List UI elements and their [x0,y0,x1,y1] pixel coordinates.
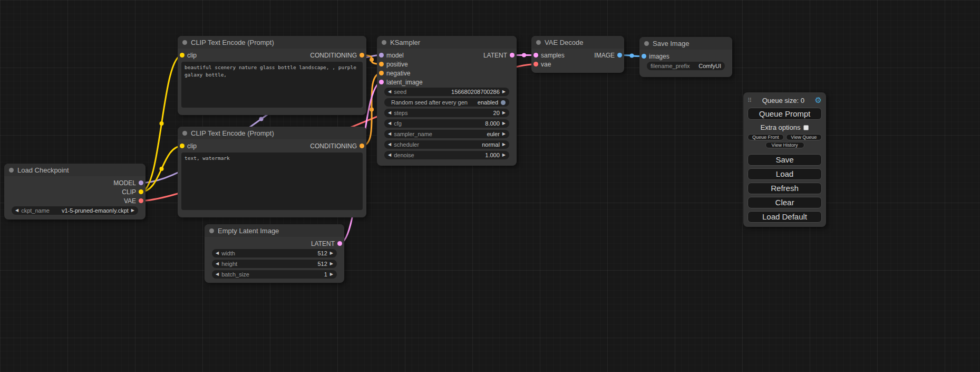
node-titlebar[interactable]: KSampler [377,36,517,49]
input-slot-label: samples [541,52,565,59]
slot-row: negative [377,69,517,78]
widget-sampler_name[interactable]: ◀sampler_nameeuler▶ [384,130,509,138]
increment-arrow-icon[interactable]: ▶ [330,272,333,276]
extra-options-checkbox[interactable] [803,125,809,130]
decrement-arrow-icon[interactable]: ◀ [15,208,18,213]
load-button[interactable]: Load [748,168,822,180]
output-slot-label: VAE [124,197,136,205]
output-slot-MODEL-dot[interactable] [139,180,143,185]
input-slot-samples-dot[interactable] [533,53,538,58]
save-button[interactable]: Save [748,154,822,166]
increment-arrow-icon[interactable]: ▶ [502,153,506,157]
decrement-arrow-icon[interactable]: ◀ [388,90,391,94]
increment-arrow-icon[interactable]: ▶ [502,142,506,147]
extra-options-row: Extra options [748,123,822,131]
node-empty-latent-image[interactable]: Empty Latent ImageLATENT◀width512▶◀heigh… [205,224,344,283]
node-titlebar[interactable]: Save Image [639,37,732,50]
widget-value: ComfyUI [698,63,721,69]
decrement-arrow-icon[interactable]: ◀ [388,121,391,126]
widget-ckpt_name[interactable]: ◀ckpt_namev1-5-pruned-emaonly.ckpt▶ [12,206,138,215]
output-slot-LATENT-dot[interactable] [510,53,515,58]
node-titlebar[interactable]: CLIP Text Encode (Prompt) [178,127,366,139]
queue-prompt-button[interactable]: Queue Prompt [748,108,822,120]
widget-filename_prefix[interactable]: filename_prefixComfyUI [647,62,725,70]
decrement-arrow-icon[interactable]: ◀ [388,153,391,157]
widget-batch_size[interactable]: ◀batch_size1▶ [212,270,337,279]
collapse-dot[interactable] [536,40,541,45]
prompt-textarea[interactable]: beautiful scenery nature glass bottle la… [181,62,363,108]
menu-drag-handle-icon[interactable]: ⠿ [748,97,752,104]
input-slot-label: latent_image [386,79,423,86]
clear-button[interactable]: Clear [748,197,822,208]
increment-arrow-icon[interactable]: ▶ [330,262,333,266]
node-titlebar[interactable]: VAE Decode [531,36,624,49]
graph-canvas[interactable]: Load CheckpointMODELCLIPVAE◀ckpt_namev1-… [0,0,980,372]
decrement-arrow-icon[interactable]: ◀ [216,272,219,276]
increment-arrow-icon[interactable]: ▶ [502,111,506,115]
node-ksampler[interactable]: KSamplermodelLATENTpositivenegativelaten… [377,36,517,166]
output-slot-IMAGE-dot[interactable] [617,53,622,58]
prompt-textarea[interactable]: text, watermark [181,152,363,210]
output-slot-CONDITIONING-dot[interactable] [360,53,364,58]
node-clip-text-encode-2[interactable]: CLIP Text Encode (Prompt)clipCONDITIONIN… [178,127,366,217]
view-queue-button[interactable]: View Queue [786,134,822,140]
toggle-knob-icon[interactable] [501,100,506,105]
widget-seed[interactable]: ◀seed156680208700286▶ [384,88,509,96]
output-slot-CONDITIONING-dot[interactable] [360,144,364,148]
input-slot-vae-dot[interactable] [533,62,538,66]
slot-row: clipCONDITIONING [178,51,366,60]
input-slot-positive-dot[interactable] [379,62,384,66]
collapse-dot[interactable] [644,41,649,46]
collapse-dot[interactable] [182,131,187,136]
increment-arrow-icon[interactable]: ▶ [330,251,333,255]
widget-name: filename_prefix [651,63,690,69]
node-vae-decode[interactable]: VAE DecodesamplesIMAGEvae [531,36,624,73]
refresh-button[interactable]: Refresh [748,183,822,194]
widget-denoise[interactable]: ◀denoise1.000▶ [384,151,509,159]
node-save-image[interactable]: Save Imageimagesfilename_prefixComfyUI [639,37,732,77]
widget-random-seed-after-every-gen[interactable]: Random seed after every genenabled [384,98,509,107]
queue-front-button[interactable]: Queue Front [748,134,784,140]
increment-arrow-icon[interactable]: ▶ [502,90,506,94]
collapse-dot[interactable] [209,228,214,233]
collapse-dot[interactable] [382,40,386,45]
collapse-dot[interactable] [9,168,14,173]
decrement-arrow-icon[interactable]: ◀ [388,132,391,136]
view-history-button[interactable]: View History [765,142,804,148]
input-slot-images-dot[interactable] [642,54,646,59]
output-slot-label: IMAGE [594,52,615,59]
slot-row: LATENT [205,239,344,248]
decrement-arrow-icon[interactable]: ◀ [216,251,219,255]
widget-height[interactable]: ◀height512▶ [212,260,337,268]
output-slot-LATENT-dot[interactable] [337,241,342,246]
decrement-arrow-icon[interactable]: ◀ [388,142,391,147]
increment-arrow-icon[interactable]: ▶ [502,132,506,136]
settings-gear-icon[interactable]: ⚙ [815,96,822,105]
node-titlebar[interactable]: Load Checkpoint [4,164,145,176]
input-slot-label: negative [386,70,410,77]
input-slot-label: images [649,53,669,60]
input-slot-negative-dot[interactable] [379,71,384,75]
increment-arrow-icon[interactable]: ▶ [131,208,134,213]
input-slot-model-dot[interactable] [379,53,384,58]
output-slot-CLIP-dot[interactable] [139,189,143,194]
decrement-arrow-icon[interactable]: ◀ [388,111,391,115]
output-slot-VAE-dot[interactable] [139,198,143,203]
node-titlebar[interactable]: CLIP Text Encode (Prompt) [178,36,366,49]
input-slot-label: model [386,52,404,59]
input-slot-latent_image-dot[interactable] [379,80,384,84]
load-default-button[interactable]: Load Default [748,211,822,223]
widget-width[interactable]: ◀width512▶ [212,249,337,257]
input-slot-clip-dot[interactable] [180,144,185,148]
widget-scheduler[interactable]: ◀schedulernormal▶ [384,140,509,149]
decrement-arrow-icon[interactable]: ◀ [216,262,219,266]
node-clip-text-encode-1[interactable]: CLIP Text Encode (Prompt)clipCONDITIONIN… [178,36,366,115]
input-slot-clip-dot[interactable] [180,53,185,58]
node-load-checkpoint[interactable]: Load CheckpointMODELCLIPVAE◀ckpt_namev1-… [4,164,145,220]
increment-arrow-icon[interactable]: ▶ [502,121,506,126]
node-titlebar[interactable]: Empty Latent Image [205,224,344,237]
widget-steps[interactable]: ◀steps20▶ [384,109,509,117]
widget-cfg[interactable]: ◀cfg8.000▶ [384,119,509,128]
collapse-dot[interactable] [182,40,187,45]
widget-name: scheduler [394,141,419,148]
